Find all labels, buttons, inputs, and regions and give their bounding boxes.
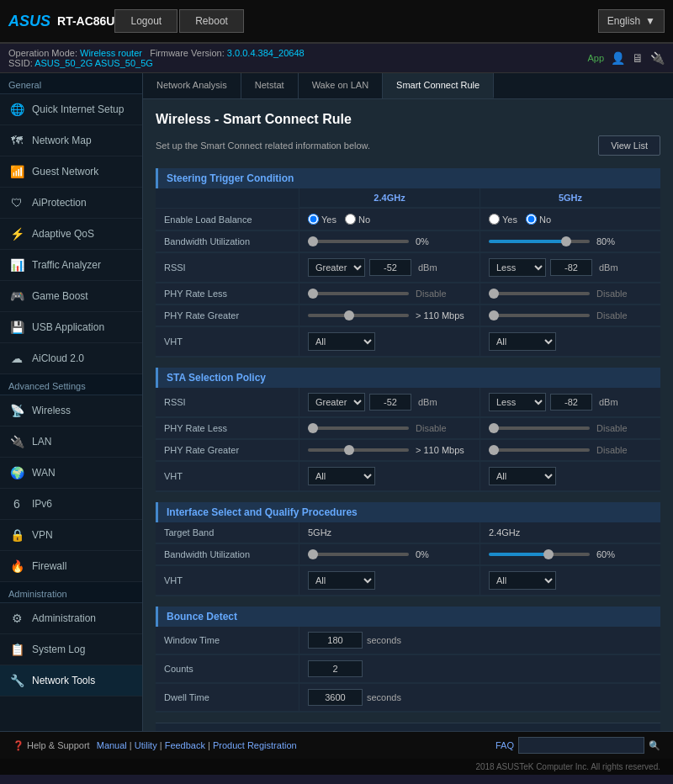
sidebar-item-guest-network[interactable]: 📶 Guest Network [0,156,142,188]
aicloud-icon: ☁ [8,350,25,367]
sta-phy-less-5g-slider[interactable] [489,426,590,430]
utility-link[interactable]: Utility [135,740,157,750]
lb-2g-yes-label[interactable]: Yes [308,214,336,225]
logout-button[interactable]: Logout [114,9,178,33]
phy-less-2g-slider[interactable] [308,292,409,295]
rssi-2g-value[interactable] [369,259,411,276]
sta-phy-less-5g-val: Disable [596,423,628,433]
sta-vht-2g-select[interactable]: AllVHT only [308,467,375,485]
lb-5g-yes-label[interactable]: Yes [489,214,517,225]
bw-2g-value: 0% [416,236,441,246]
sta-rssi-5g: LessGreater dBm [480,388,660,417]
sidebar-item-wan[interactable]: 🌍 WAN [0,458,142,489]
vht-2g-select[interactable]: AllVHT onlyNon-VHT [308,332,375,351]
feedback-link[interactable]: Feedback [165,740,205,750]
footer-help: ❓ Help & Support Manual | Utility | Feed… [13,740,297,751]
bw-2g-slider[interactable] [308,240,409,243]
sidebar-item-usb-application[interactable]: 💾 USB Application [0,312,142,343]
bw-5g-slider[interactable] [489,240,590,243]
footer: ❓ Help & Support Manual | Utility | Feed… [0,731,673,759]
sidebar-item-network-map[interactable]: 🗺 Network Map [0,125,142,156]
search-icon[interactable]: 🔍 [649,740,660,751]
iface-vht-2g-select[interactable]: AllVHT only [308,571,375,590]
sidebar-item-label: System Log [32,644,85,655]
wan-icon: 🌍 [8,464,25,481]
rssi-5g-operator[interactable]: LessGreater [489,258,546,277]
lb-5g-no-radio[interactable] [526,214,537,225]
iface-bw-2g-slider[interactable] [308,553,409,556]
iface-bw-util-label: Bandwidth Utilization [156,544,299,565]
sidebar-item-quick-internet[interactable]: 🌐 Quick Internet Setup [0,94,142,125]
tab-wake-on-lan[interactable]: Wake on LAN [299,73,383,98]
user-icon[interactable]: 👤 [611,51,625,65]
ipv6-icon: 6 [8,495,25,512]
page-content: Wireless - Smart Connect Rule Set up the… [143,99,673,731]
sta-rssi-2g-operator[interactable]: GreaterLess [308,393,365,411]
sidebar-item-ipv6[interactable]: 6 IPv6 [0,489,142,520]
tab-netstat[interactable]: Netstat [241,73,299,98]
sta-rssi-5g-operator[interactable]: LessGreater [489,393,546,411]
sidebar-item-wireless[interactable]: 📡 Wireless [0,395,142,426]
dwell-time-input[interactable] [308,689,363,706]
interface-select-header: Interface Select and Qualify Procedures [156,502,660,522]
faq-search-input[interactable] [518,737,644,754]
reboot-button[interactable]: Reboot [179,9,244,33]
lb-5g-no-label[interactable]: No [526,214,551,225]
steering-trigger-section: Steering Trigger Condition 2.4GHz 5GHz E… [156,168,660,358]
sidebar-item-system-log[interactable]: 📋 System Log [0,634,142,665]
iface-vht-5g-select[interactable]: AllVHT only [489,571,556,590]
lb-2g-yes-radio[interactable] [308,214,319,225]
tab-network-analysis[interactable]: Network Analysis [143,73,241,98]
operation-mode-link[interactable]: Wireless router [80,48,142,58]
usb-icon[interactable]: 🔌 [650,51,665,65]
lb-2g-no-radio[interactable] [345,214,356,225]
sta-phy-greater-2g-slider[interactable] [308,448,409,452]
phy-greater-2g-slider[interactable] [308,314,409,317]
target-band-label: Target Band [156,522,299,543]
sidebar-item-aicloud[interactable]: ☁ AiCloud 2.0 [0,343,142,374]
sidebar-item-label: IPv6 [32,498,52,510]
sta-phy-greater-5g-slider[interactable] [489,448,590,452]
iface-vht-2g: AllVHT only [299,566,480,596]
sidebar-item-vpn[interactable]: 🔒 VPN [0,520,142,551]
iface-bw-5g-slider[interactable] [489,553,590,556]
view-list-button[interactable]: View List [598,135,660,156]
sidebar-item-label: Wireless [32,405,71,416]
sta-rssi-2g-value[interactable] [369,394,411,411]
sidebar-item-network-tools[interactable]: 🔧 Network Tools [0,665,142,697]
ssid-2g-link[interactable]: ASUS_50_2G [34,58,93,68]
ssid-5g-link[interactable]: ASUS_50_5G [95,58,153,68]
sidebar-item-adaptive-qos[interactable]: ⚡ Adaptive QoS [0,219,142,250]
sidebar-item-administration[interactable]: ⚙ Administration [0,603,142,634]
lb-5g-yes-radio[interactable] [489,214,500,225]
phy-greater-5g-slider[interactable] [489,314,590,317]
sidebar-item-label: Network Tools [32,675,95,686]
rssi-5g-value[interactable] [550,259,592,276]
action-buttons: Default Apply [156,723,660,731]
window-time-input[interactable] [308,632,363,649]
rssi-2g-operator[interactable]: GreaterLess [308,258,365,277]
counts-input[interactable] [308,660,363,677]
model-name: RT-AC86U [57,14,114,28]
sta-vht-5g-select[interactable]: AllVHT only [489,467,556,485]
language-selector[interactable]: English ▼ [598,9,665,33]
sta-rssi-5g-value[interactable] [550,394,592,411]
faq-label: FAQ [495,740,514,750]
tab-smart-connect-rule[interactable]: Smart Connect Rule [383,73,494,98]
sidebar-item-traffic-analyzer[interactable]: 📊 Traffic Analyzer [0,250,142,281]
sidebar-item-firewall[interactable]: 🔥 Firewall [0,551,142,582]
firmware-link[interactable]: 3.0.0.4.384_20648 [227,48,305,58]
monitor-icon[interactable]: 🖥 [632,51,644,65]
phy-less-5g-slider[interactable] [489,292,590,295]
sta-phy-greater-2g: > 110 Mbps [299,440,480,461]
lb-2g-no-label[interactable]: No [345,214,370,225]
sidebar-item-lan[interactable]: 🔌 LAN [0,426,142,458]
product-reg-link[interactable]: Product Registration [213,740,297,750]
vht-5g-select[interactable]: AllVHT onlyNon-VHT [489,332,556,351]
manual-link[interactable]: Manual [97,740,127,750]
sidebar-item-game-boost[interactable]: 🎮 Game Boost [0,281,142,312]
sidebar-item-aiprotection[interactable]: 🛡 AiProtection [0,188,142,219]
sta-phy-greater-label: PHY Rate Greater [156,440,299,461]
load-balance-5g: Yes No [480,209,660,230]
sta-phy-less-2g-slider[interactable] [308,426,409,430]
